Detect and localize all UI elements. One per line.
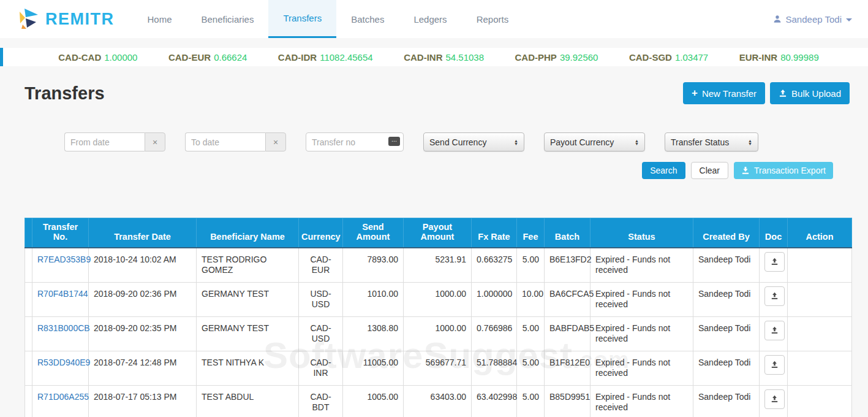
cell-transfer_no: R71D06A255 (32, 385, 89, 417)
nav-item-home[interactable]: Home (133, 0, 187, 38)
plus-icon: + (692, 87, 698, 99)
nav-item-batches[interactable]: Batches (336, 0, 399, 38)
column-header-status: Status (591, 218, 693, 248)
clear-button[interactable]: Clear (691, 162, 728, 179)
table-header-row: Transfer No.Transfer DateBeneficiary Nam… (25, 218, 852, 248)
rate-eur-inr: EUR-INR80.99989 (739, 52, 819, 63)
cell-send_amount: 11005.00 (343, 351, 404, 385)
to-date-group: × (185, 132, 286, 151)
cell-payout_amount: 569677.71 (404, 351, 472, 385)
transfer-no-group: ⋯ (306, 132, 404, 151)
cell-fx_rate: 1.000000 (472, 282, 517, 316)
cell-created_by: Sandeep Todi (693, 351, 760, 385)
cell-created_by: Sandeep Todi (693, 316, 760, 351)
cell-doc (760, 248, 788, 283)
cell-send_amount: 1010.00 (343, 282, 404, 316)
cell-fee: 5.00 (517, 248, 545, 283)
doc-upload-button[interactable] (764, 355, 785, 375)
cell-currency: CAD-BDT (299, 385, 343, 417)
cell-transfer_no: R53DD940E9 (32, 351, 89, 385)
doc-upload-button[interactable] (764, 389, 785, 409)
cell-created_by: Sandeep Todi (693, 385, 760, 417)
cell-doc (760, 316, 788, 351)
cell-beneficiary_name: TEST NITHYA K (197, 351, 299, 385)
cell-transfer_date: 2018-09-20 02:35 PM (89, 316, 197, 351)
rate-cad-cad: CAD-CAD1.00000 (58, 52, 137, 63)
upload-icon (779, 89, 787, 98)
from-date-input[interactable] (64, 132, 145, 151)
nav-item-reports[interactable]: Reports (462, 0, 524, 38)
cell-beneficiary_name: TEST ABDUL (197, 385, 299, 417)
transaction-export-button[interactable]: Transaction Export (734, 162, 833, 179)
table-row: R53DD940E92018-07-24 12:48 PMTEST NITHYA… (25, 351, 852, 385)
header-buttons: + New Transfer Bulk Upload (683, 82, 850, 104)
page-header: Transfers + New Transfer Bulk Upload (25, 82, 850, 104)
cell-transfer_date: 2018-07-24 12:48 PM (89, 351, 197, 385)
cell-sel (25, 351, 32, 385)
download-icon (741, 166, 750, 175)
transfer-no-link[interactable]: R71D06A255 (37, 392, 89, 402)
cell-fee: 5.00 (517, 351, 545, 385)
to-date-input[interactable] (185, 132, 265, 151)
cell-sel (25, 282, 32, 316)
column-header-fx_rate: Fx Rate (472, 218, 517, 248)
cell-transfer_no: R831B000CB (32, 316, 89, 351)
column-header-transfer_date: Transfer Date (89, 218, 197, 248)
cell-payout_amount: 63403.00 (404, 385, 472, 417)
cell-action (788, 385, 852, 417)
nav-item-beneficiaries[interactable]: Beneficiaries (187, 0, 269, 38)
brand-name: REMITR (45, 10, 115, 29)
cell-status: Expired - Funds not received (591, 282, 693, 316)
from-date-clear-button[interactable]: × (145, 132, 165, 151)
cell-batch: BA6CFCA5 (545, 282, 591, 316)
doc-upload-button[interactable] (764, 252, 785, 272)
transfer-no-link[interactable]: R831B000CB (37, 323, 90, 333)
transfer-status-select[interactable]: Transfer Status ▲▼ (665, 132, 758, 151)
transfer-no-link[interactable]: R70F4B1744 (37, 289, 88, 299)
cell-fee: 10.00 (517, 282, 545, 316)
table-row: R71D06A2552018-07-17 05:13 PMTEST ABDULC… (25, 385, 852, 417)
column-header-transfer_no: Transfer No. (32, 218, 89, 248)
search-button[interactable]: Search (642, 162, 685, 179)
table-header: Transfer No.Transfer DateBeneficiary Nam… (25, 218, 852, 248)
table-body: R7EAD353B92018-10-24 10:02 AMTEST RODRIG… (25, 248, 852, 417)
doc-upload-button[interactable] (764, 321, 785, 340)
remitr-logo-icon (17, 8, 39, 30)
new-transfer-button[interactable]: + New Transfer (683, 82, 765, 104)
column-header-batch: Batch (545, 218, 591, 248)
column-header-currency: Currency (299, 218, 343, 248)
transfer-no-link[interactable]: R53DD940E9 (37, 358, 90, 367)
transfer-no-link[interactable]: R7EAD353B9 (37, 254, 91, 264)
table-row: R831B000CB2018-09-20 02:35 PMGERMANY TES… (25, 316, 852, 351)
nav-item-ledgers[interactable]: Ledgers (399, 0, 461, 38)
column-header-payout_amount: Payout Amount (404, 218, 472, 248)
user-menu[interactable]: Sandeep Todi (773, 0, 868, 38)
cell-transfer_date: 2018-07-17 05:13 PM (89, 385, 197, 417)
cell-doc (760, 385, 788, 417)
cell-action (788, 282, 852, 316)
column-header-send_amount: Send Amount (343, 218, 404, 248)
cell-transfer_date: 2018-09-20 02:36 PM (89, 282, 197, 316)
cell-batch: BABFDAB5 (545, 316, 591, 351)
main-nav: Home Beneficiaries Transfers Batches Led… (133, 0, 524, 38)
cell-transfer_no: R7EAD353B9 (32, 248, 89, 283)
cell-payout_amount: 1000.00 (404, 282, 472, 316)
column-header-beneficiary_name: Beneficiary Name (197, 218, 299, 248)
input-method-icon[interactable]: ⋯ (388, 137, 400, 146)
ticker-items: CAD-CAD1.00000 CAD-EUR0.66624 CAD-IDR110… (0, 52, 868, 63)
bulk-upload-button[interactable]: Bulk Upload (770, 82, 850, 104)
brand-logo[interactable]: REMITR (0, 0, 133, 38)
cell-fx_rate: 51.788884 (472, 351, 517, 385)
rate-cad-php: CAD-PHP39.92560 (515, 52, 598, 63)
rate-cad-eur: CAD-EUR0.66624 (168, 52, 247, 63)
cell-beneficiary_name: TEST RODRIGO GOMEZ (197, 248, 299, 283)
cell-status: Expired - Funds not received (591, 248, 693, 283)
doc-upload-button[interactable] (764, 286, 785, 306)
nav-item-transfers[interactable]: Transfers (268, 0, 336, 38)
cell-transfer_date: 2018-10-24 10:02 AM (89, 248, 197, 283)
select-arrows-icon: ▲▼ (635, 139, 639, 145)
payout-currency-select[interactable]: Payout Currency ▲▼ (544, 132, 645, 151)
to-date-clear-button[interactable]: × (265, 132, 286, 151)
send-currency-select[interactable]: Send Currency ▲▼ (423, 132, 524, 151)
cell-fx_rate: 0.663275 (472, 248, 517, 283)
